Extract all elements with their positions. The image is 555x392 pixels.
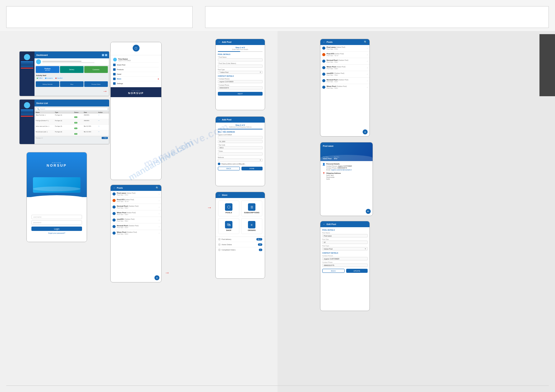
- notes-input[interactable]: [218, 152, 263, 155]
- done-button[interactable]: DONE: [241, 167, 263, 170]
- red-arrow-done: ←: [264, 178, 265, 183]
- checkbox-icon[interactable]: [218, 163, 220, 165]
- pool-right-item-wave3[interactable]: Wave Pool (Outdoor Pool) Pool Size : 52m…: [320, 84, 369, 90]
- back-arrow[interactable]: ←: [218, 41, 221, 43]
- zip-input[interactable]: 30011: [218, 146, 263, 149]
- pool-list-item-poolwave[interactable]: Pool wave (Indoor Pool) Pool Size : 57m²…: [111, 191, 161, 197]
- back-button[interactable]: BACK: [218, 167, 240, 170]
- pool-type-value-display: Indoor Pool: [323, 158, 332, 160]
- back-arrow-right[interactable]: ←: [323, 41, 325, 43]
- store-item-subscriptions[interactable]: ☰ SUBSCRIPTIONS: [241, 201, 262, 216]
- pool-type-label: Pool Type: [218, 69, 263, 70]
- shop-icon: 🛍: [225, 221, 232, 228]
- shop-label: SHOP: [226, 229, 231, 231]
- table-footer: Showing 1-4 + Add: [34, 136, 109, 140]
- shortcut-row[interactable]: Delivery Schedule Shop Previous Orders: [34, 80, 109, 88]
- shortcut-label: Shop: [70, 83, 73, 85]
- cell: Indoor wave pool (mo...): [36, 125, 55, 130]
- pool-list-item-man001[interactable]: man001 (Outdoor Pool) Pool Size : 33m² ›: [111, 217, 161, 223]
- next-button[interactable]: NEXT: [218, 92, 263, 96]
- edit-contact-person-label: Contact Person: [322, 255, 368, 257]
- pools-label: POOLS: [225, 212, 232, 214]
- address-input[interactable]: [218, 136, 263, 139]
- cell: ⋯: [98, 114, 108, 119]
- pool-list-item-normal2[interactable]: Normal Pool (Outdoor Pool) Pool Size : 5…: [111, 223, 161, 230]
- pool-info-r5: man001 (Outdoor Pool) Pool Size : 33m²: [327, 72, 366, 76]
- pool-list-item-873[interactable]: Pool 873 (Indoor Pool) Pool Size : 42 m²…: [111, 197, 161, 204]
- contact-phone-input[interactable]: 09990000879: [218, 86, 263, 89]
- back-arrow-edit[interactable]: ←: [323, 223, 325, 226]
- menu-item-detail[interactable]: Detail: [113, 72, 159, 77]
- pool-list-item-wave2[interactable]: Wave Pool (Outdoor Pool) Pool Size : 52m…: [111, 230, 161, 236]
- edit-update-button[interactable]: UPDATE: [346, 269, 368, 273]
- username-input[interactable]: username: [31, 215, 82, 219]
- store-item-orders[interactable]: ≡ ORDERS: [241, 218, 262, 234]
- pool-name-input[interactable]: [218, 58, 263, 61]
- edit-pool-fab[interactable]: ✏: [366, 209, 371, 214]
- screenshot-pools-right: ← Pools 🔍 → Pool wave (Indoor Pool) Pool…: [320, 39, 370, 137]
- search-bar[interactable]: 🔍 Search: [36, 107, 108, 110]
- shortcut-delivery[interactable]: Delivery Schedule: [36, 81, 59, 87]
- edit-pool-type-select[interactable]: Indoor Pool ▾: [322, 247, 368, 250]
- menu-item-smart-pool[interactable]: Smart Pool: [113, 63, 159, 67]
- edit-back-button[interactable]: BACK: [322, 269, 345, 273]
- edit-contact-phone-input[interactable]: 09900310775: [322, 264, 368, 267]
- edit-pool-name-input[interactable]: Pool wave: [322, 234, 368, 237]
- add-pool-fab[interactable]: +: [154, 275, 159, 280]
- store-item-pools[interactable]: ⬡ POOLS: [218, 201, 239, 216]
- pincode-input[interactable]: DL,1000: [218, 140, 263, 143]
- pool-right-item-man[interactable]: man001 (Outdoor Pool) Pool Size : 33m² ›: [320, 71, 369, 78]
- pool-size-input[interactable]: [218, 65, 263, 68]
- dark-sidebar: [539, 34, 555, 96]
- login-button[interactable]: Login: [31, 227, 82, 231]
- forgot-password-link[interactable]: forgot your password?: [31, 232, 82, 234]
- pool-type-select[interactable]: * Indoor Pool ▾: [218, 71, 263, 74]
- add-pool-fab-right[interactable]: +: [363, 129, 368, 134]
- shortcut-label: Previous Orders: [92, 83, 101, 85]
- store2-header: ← Store: [216, 192, 265, 198]
- menu-item-products[interactable]: Products: [113, 67, 159, 72]
- methods-select[interactable]: ▾: [218, 159, 263, 162]
- pool-right-item-873[interactable]: Pool 873 (Indoor Pool) Pool Size : 42 m²…: [320, 52, 369, 58]
- pool-right-item-wave[interactable]: Pool wave (Indoor Pool) Pool Size : 57m²…: [320, 45, 369, 52]
- pool-right-item-normal[interactable]: Normal Pool (Outdoor Pool) Pool Size : 5…: [320, 58, 369, 65]
- search-icon-pools[interactable]: 🔍: [156, 187, 159, 189]
- add-device-button[interactable]: + Add: [102, 137, 108, 139]
- store-item-shop[interactable]: 🛍 SHOP: [218, 218, 239, 234]
- order-item-delivery[interactable]: Pool delivery DL.7: [216, 237, 265, 242]
- pool-list-item-wave[interactable]: Wave Pool (Indoor Pool) Pool Size : 53m²…: [111, 210, 161, 217]
- pool-right-item-normal2[interactable]: Normal Pool (Outdoor Pool) Pool Size : 5…: [320, 78, 369, 84]
- search-icon-right[interactable]: 🔍: [364, 41, 367, 43]
- order-item-active[interactable]: Active Orders 27: [216, 242, 265, 247]
- pool-right-item-wave2[interactable]: Wave Pool (Indoor Pool) Pool Size : 53m²…: [320, 65, 369, 71]
- dash-menu-item: [21, 63, 33, 64]
- contact-person-input[interactable]: organe CUSTOMER: [218, 80, 263, 83]
- col-action: Action: [98, 112, 108, 113]
- menu-item-settings[interactable]: Settings: [113, 81, 159, 86]
- shortcut-shop[interactable]: Shop: [60, 81, 84, 87]
- back-arrow[interactable]: ←: [218, 118, 221, 121]
- store2-grid: ⬡ POOLS ☰ SUBSCRIPTIONS 🛍 SHOP ≡ ORDERS: [216, 198, 265, 237]
- addpool2-body: Step 2 of 2 Additional Pool/Shipping Add…: [216, 123, 265, 172]
- shortcut-orders[interactable]: Previous Orders: [84, 81, 108, 87]
- location-icon: 📍: [322, 172, 325, 175]
- dash-menu-item: [21, 66, 33, 67]
- footer-line: [6, 385, 549, 386]
- status-inprogress: In progress: [44, 77, 54, 79]
- table-row: Indoor wave pool (mo...) Pool type (1) O…: [34, 125, 109, 130]
- back-arrow2[interactable]: ←: [218, 194, 221, 196]
- edit-contact-person-input[interactable]: organe CUSTOMER: [322, 257, 368, 260]
- search-icon: 🔍: [37, 108, 39, 110]
- pool-list-item-normal[interactable]: Normal Pool (Outdoor Pool) Pool Size : 5…: [111, 204, 161, 210]
- chevron-right: ›: [159, 200, 159, 202]
- login-wave: [26, 195, 87, 208]
- red-arrow-pools-fab: →: [165, 270, 170, 276]
- order-item-completed[interactable]: Completed Orders 2: [216, 247, 265, 252]
- back-arrow[interactable]: ←: [113, 187, 116, 189]
- pool-size-r6: Pool Size : 51m²: [327, 81, 366, 83]
- menu-label: Products: [117, 69, 124, 70]
- edit-pool-size-input[interactable]: 57: [322, 241, 368, 244]
- menu-item-store[interactable]: Store: [113, 77, 159, 81]
- cell: ON: [74, 131, 84, 135]
- password-input[interactable]: password: [31, 220, 82, 225]
